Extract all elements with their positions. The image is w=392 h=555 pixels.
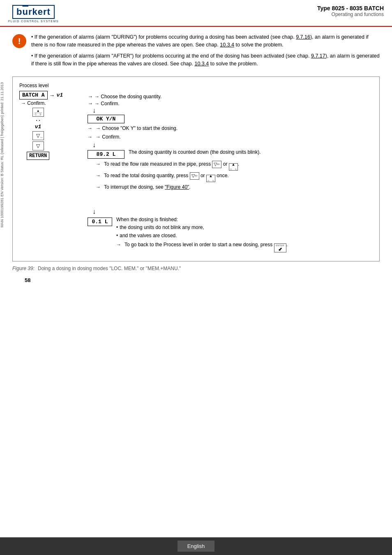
- figure40-link[interactable]: "Figure 40": [165, 184, 189, 190]
- logo-subtitle: FLUID CONTROL SYSTEMS: [8, 20, 59, 23]
- logo-area: burkert FLUID CONTROL SYSTEMS: [8, 5, 59, 23]
- lcd-desc-text: The dosing quantity is counted down (the…: [129, 149, 373, 155]
- sidebar-text: MAN 1000199281 EN Version: B Status: RL …: [0, 82, 5, 227]
- warning-icon: !: [12, 34, 26, 48]
- language-button[interactable]: English: [178, 541, 215, 552]
- warning-bullet2: • If the generation of alarms (alarm "AF…: [31, 52, 380, 68]
- header-title: Type 8025 - 8035 BATCH: [317, 5, 384, 12]
- btn-up-arrow2[interactable]: ▲0....9: [206, 175, 215, 182]
- read-total-line: → To read the total dosing quantity, pre…: [96, 172, 373, 182]
- arr-choose-qty: →: [88, 93, 93, 99]
- figure-text: Doing a dosing in dosing modes "LOC. MEM…: [38, 266, 181, 271]
- bullet-dot2: •: [116, 232, 118, 239]
- arrow-down-2: ↓: [92, 142, 373, 148]
- header: burkert FLUID CONTROL SYSTEMS Type 8025 …: [0, 0, 392, 27]
- finished-b1-line: • the dosing units do not blink any more…: [116, 224, 373, 231]
- read-flow-section: → To read the flow rate measured in the …: [96, 160, 373, 192]
- read-total-text: To read the total dosing quantity, press…: [104, 172, 229, 182]
- ref-1034a[interactable]: 10.3.4: [220, 42, 234, 48]
- down-triangle-btn[interactable]: ▽: [32, 141, 44, 150]
- down-arrow-btn[interactable]: ▽ ⇦: [32, 131, 44, 140]
- arr-read-total: →: [96, 172, 101, 179]
- batch-lcd: BATCH A: [19, 91, 48, 99]
- spacer1: [88, 192, 373, 208]
- arr-read-flow: →: [96, 160, 101, 168]
- header-subtitle: Operating and functions: [317, 12, 384, 17]
- finished-section: When the dosing is finished: • the dosin…: [116, 217, 373, 254]
- finished-title: When the dosing is finished:: [116, 217, 373, 222]
- figure-caption: Figure 39: Doing a dosing in dosing mode…: [12, 266, 380, 271]
- choose-qty-text: → Choose the dosing quantity.: [95, 94, 161, 99]
- read-flow-text: To read the flow rate measured in the pi…: [104, 160, 239, 171]
- choose-ok-line: → → Choose "OK Y" to start the dosing.: [88, 125, 373, 132]
- figure-box: Process level BATCH A → ν1 → Confirm. ▲: [12, 76, 380, 261]
- choose-ok-text: → Choose "OK Y" to start the dosing.: [96, 125, 178, 132]
- figure-number: Figure 39:: [12, 266, 35, 271]
- up-triangle-btn[interactable]: ▲ 0....9: [32, 108, 44, 117]
- main-content: ! • If the generation of alarms (alarm "…: [0, 27, 392, 289]
- warning-bullet1: • If the generation of alarms (alarm "DU…: [31, 33, 380, 49]
- btn-up-arrow[interactable]: ▲0....9: [229, 163, 238, 171]
- lcd-89-box: 89.2 L: [88, 150, 125, 159]
- page-number: 58: [12, 275, 380, 285]
- ref-9717[interactable]: 9.7.17: [311, 53, 325, 59]
- ok-yn-lcd: OK Y/N: [88, 115, 125, 123]
- process-level-label: Process level: [19, 83, 373, 88]
- ref-9716[interactable]: 9.7.16: [296, 34, 310, 40]
- confirm-right-text: → Confirm.: [95, 101, 120, 106]
- interrupt-text: To interrupt the dosing, see "Figure 40"…: [104, 183, 191, 191]
- arr-confirm-ok: →: [88, 133, 92, 141]
- bullet-dot1: •: [116, 224, 118, 231]
- finished-b1: the dosing units do not blink any more,: [120, 224, 204, 231]
- read-flow-line: → To read the flow rate measured in the …: [96, 160, 373, 171]
- go-back-text: To go back to the Process level in order…: [125, 241, 288, 252]
- arrow-down-1: ↓: [92, 107, 373, 114]
- v1-top-label: ν1: [57, 92, 63, 98]
- confirm-ok-line: → → Confirm.: [88, 133, 373, 141]
- logo-burkert: burkert: [12, 5, 55, 19]
- go-back-line: → To go back to the Process level in ord…: [116, 241, 373, 252]
- arrow-down-3: ↓: [92, 208, 373, 215]
- enter-btn[interactable]: ENTER ⬋: [274, 243, 286, 252]
- confirm-left: → Confirm.: [21, 100, 46, 106]
- lcd-01-box: 0.1 L: [88, 217, 112, 226]
- arr-interrupt: →: [96, 183, 101, 191]
- dot-row: • •: [36, 118, 40, 122]
- or-text2: or: [201, 173, 206, 178]
- bottom-bar: English: [0, 537, 392, 555]
- interrupt-line: → To interrupt the dosing, see "Figure 4…: [96, 183, 373, 191]
- v1-mid-label: ν1: [35, 124, 42, 130]
- arr-confirm-right: →: [88, 100, 93, 106]
- finished-b2: and the valves are closed.: [120, 232, 177, 239]
- header-right: Type 8025 - 8035 BATCH Operating and fun…: [317, 5, 384, 17]
- or-text1: or: [223, 161, 229, 167]
- btn-down-arrow2[interactable]: ▽⇦: [190, 172, 199, 180]
- arr-choose-ok: →: [88, 125, 92, 132]
- return-lcd: RETURN: [27, 152, 49, 160]
- btn-down-arrow[interactable]: ▽⇦: [212, 161, 221, 168]
- ref-1034b[interactable]: 10.3.4: [194, 61, 209, 67]
- warning-section: ! • If the generation of alarms (alarm "…: [12, 33, 380, 71]
- finished-b2-line: • and the valves are closed.: [116, 232, 373, 239]
- arrow-to-v1: →: [49, 92, 55, 99]
- confirm-ok-text: → Confirm.: [96, 133, 121, 141]
- warning-text: • If the generation of alarms (alarm "DU…: [31, 33, 380, 71]
- once-text: once.: [217, 173, 228, 178]
- arr-go-back: →: [116, 241, 121, 248]
